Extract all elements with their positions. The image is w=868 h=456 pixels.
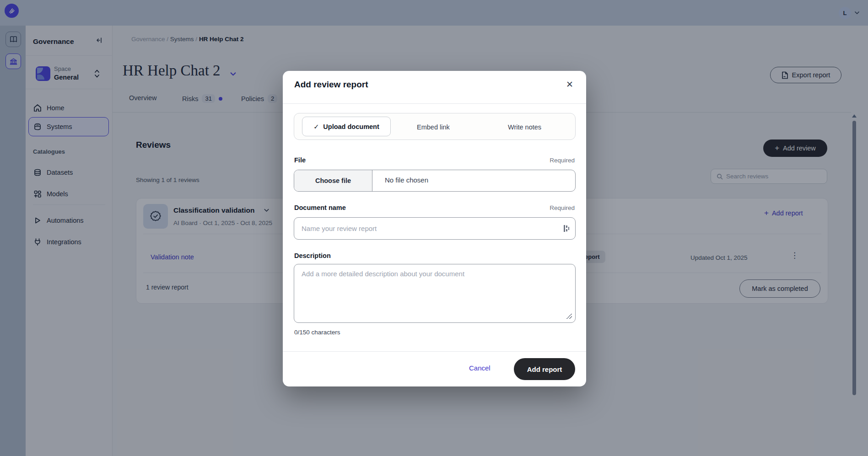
character-counter: 0/150 characters xyxy=(294,329,340,336)
app-screen: L i Governance Space xyxy=(0,0,868,456)
document-name-required-hint: Required xyxy=(550,204,575,211)
file-input: Choose file No file chosen xyxy=(294,170,576,192)
tab-upload-document[interactable]: ✓ Upload document xyxy=(302,117,391,136)
description-textarea[interactable] xyxy=(294,264,576,323)
report-type-segmented-control: ✓ Upload document Embed link Write notes xyxy=(294,113,576,140)
add-report-submit-button[interactable]: Add report xyxy=(514,358,575,380)
tab-write-notes[interactable]: Write notes xyxy=(508,113,541,140)
document-name-label: Document name xyxy=(294,204,346,211)
file-required-hint: Required xyxy=(550,157,575,164)
file-status-text: No file chosen xyxy=(385,176,428,184)
modal-title: Add review report xyxy=(294,80,368,90)
resize-handle[interactable] xyxy=(566,313,572,319)
input-adornment-icon xyxy=(564,225,569,232)
add-review-report-modal: Add review report ✕ ✓ Upload document Em… xyxy=(283,71,586,386)
close-icon[interactable]: ✕ xyxy=(563,77,577,91)
document-name-input[interactable] xyxy=(294,217,576,240)
tab-embed-link[interactable]: Embed link xyxy=(417,113,450,140)
cancel-button[interactable]: Cancel xyxy=(469,364,491,372)
description-label: Description xyxy=(294,252,331,259)
file-label: File xyxy=(294,156,306,164)
check-icon: ✓ xyxy=(313,123,319,130)
choose-file-button[interactable]: Choose file xyxy=(294,170,372,191)
